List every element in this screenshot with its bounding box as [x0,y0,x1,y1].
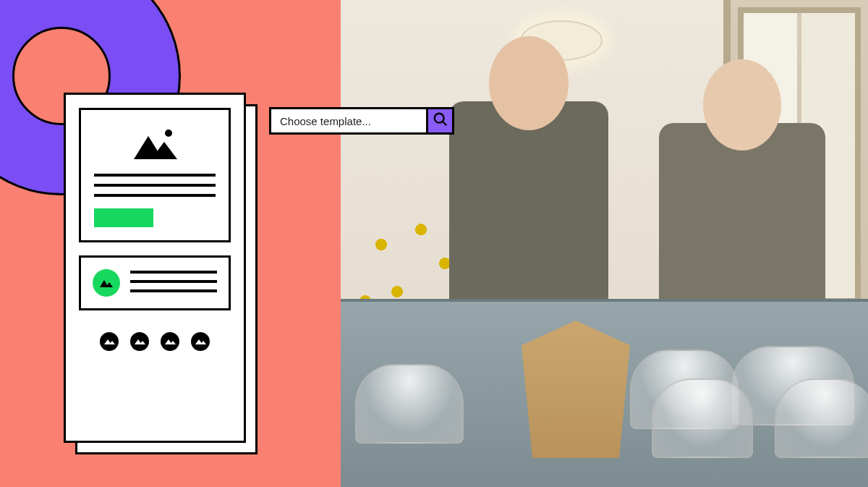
template-search-input[interactable] [271,109,426,132]
bakery-scene [341,0,868,487]
scene-cake-dome [355,364,464,444]
carousel-dots [79,332,231,351]
scene-cake-dome [775,378,868,458]
carousel-dot [130,332,149,351]
svg-point-13 [434,114,443,123]
template-page-front [64,93,246,443]
avatar-mountains-icon [93,269,120,297]
scene-cake-dome [652,378,753,458]
scene-paper-bag [522,321,630,458]
placeholder-text-lines [94,174,216,197]
cta-button-placeholder [94,208,153,227]
placeholder-text-lines [130,269,217,292]
svg-line-14 [442,122,446,126]
search-button[interactable] [426,109,452,132]
carousel-dot [161,332,179,351]
promo-stage [0,0,868,487]
carousel-dot [191,332,210,351]
carousel-dot [100,332,119,351]
illustration-panel [0,0,341,487]
mountains-icon [94,122,216,166]
svg-point-2 [165,130,172,137]
template-list-item [79,255,231,310]
search-icon [433,111,448,130]
photo-panel [341,0,868,487]
template-hero-block [79,108,231,242]
template-search [269,107,454,135]
